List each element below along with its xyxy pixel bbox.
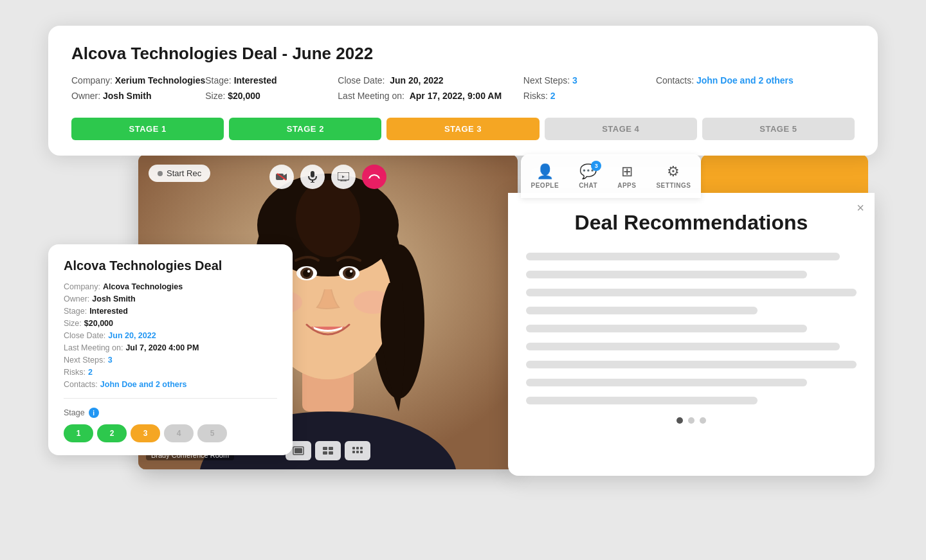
meta-col-4: Next Steps: 3 Risks: 2 bbox=[523, 75, 656, 106]
small-stage-field: Stage: Interested bbox=[64, 307, 277, 316]
skeleton-line-8 bbox=[526, 379, 807, 386]
size-field: Size: $20,000 bbox=[205, 91, 338, 101]
svg-rect-28 bbox=[311, 171, 314, 177]
dot-3[interactable] bbox=[700, 417, 706, 424]
company-field: Company: Xerium Technologies bbox=[71, 75, 205, 86]
small-stage-bar: 1 2 3 4 5 bbox=[64, 424, 277, 442]
meta-col-2: Stage: Interested Size: $20,000 bbox=[205, 75, 338, 106]
gear-icon: ⚙ bbox=[667, 163, 680, 180]
meeting-toolbar: 👤 PEOPLE 💬 3 CHAT ⊞ APPS ⚙ SETTINGS bbox=[521, 154, 701, 198]
recommendations-panel: × Deal Recommendations bbox=[508, 193, 875, 476]
meta-col-5: Contacts: John Doe and 2 others bbox=[656, 75, 855, 91]
layout-single-icon bbox=[293, 446, 304, 455]
meta-col-1: Company: Xerium Technologies Owner: Josh… bbox=[71, 75, 205, 106]
small-deal-card: Alcova Technologies Deal Company: Alcova… bbox=[48, 244, 293, 455]
small-risks-field: Risks: 2 bbox=[64, 368, 277, 377]
skeleton-line-9 bbox=[526, 397, 758, 404]
svg-rect-51 bbox=[352, 451, 355, 453]
toolbar-settings[interactable]: ⚙ SETTINGS bbox=[649, 161, 697, 192]
end-call-button[interactable] bbox=[362, 165, 386, 189]
skeleton-line-7 bbox=[526, 361, 857, 368]
small-stage-1[interactable]: 1 bbox=[64, 424, 93, 442]
svg-rect-48 bbox=[352, 447, 355, 449]
stage-5-button[interactable]: STAGE 5 bbox=[702, 118, 855, 140]
stage-4-button[interactable]: STAGE 4 bbox=[545, 118, 697, 140]
small-owner-field: Owner: Josh Smith bbox=[64, 294, 277, 303]
owner-field: Owner: Josh Smith bbox=[71, 91, 205, 101]
video-controls-top bbox=[269, 165, 386, 189]
deal-meta-row: Company: Xerium Technologies Owner: Josh… bbox=[71, 75, 855, 106]
last-meeting-field: Last Meeting on: Apr 17, 2022, 9:00 AM bbox=[338, 91, 523, 101]
rec-dot-icon bbox=[158, 171, 163, 176]
apps-icon: ⊞ bbox=[621, 163, 633, 180]
layout-multi-icon bbox=[352, 446, 363, 455]
main-deal-card: Alcova Technologies Deal - June 2022 Com… bbox=[48, 26, 878, 156]
stage-3-button[interactable]: STAGE 3 bbox=[386, 118, 539, 140]
toolbar-apps[interactable]: ⊞ APPS bbox=[611, 161, 642, 192]
skeleton-line-3 bbox=[526, 289, 857, 296]
phone-end-icon bbox=[368, 174, 381, 180]
recommendations-title: Deal Recommendations bbox=[526, 211, 857, 235]
deal-title: Alcova Technologies Deal - June 2022 bbox=[71, 44, 855, 64]
divider bbox=[64, 398, 277, 399]
mic-toggle-button[interactable] bbox=[300, 165, 325, 189]
small-deal-title: Alcova Technologies Deal bbox=[64, 258, 277, 273]
stage-bar: STAGE 1 STAGE 2 STAGE 3 STAGE 4 STAGE 5 bbox=[71, 118, 855, 140]
skeleton-line-1 bbox=[526, 253, 840, 260]
svg-rect-44 bbox=[323, 447, 327, 450]
layout-grid-icon bbox=[322, 446, 334, 455]
contacts-field: Contacts: John Doe and 2 others bbox=[656, 75, 855, 86]
small-size-field: Size: $20,000 bbox=[64, 319, 277, 328]
stage-section-label: Stage i bbox=[64, 408, 277, 418]
svg-rect-49 bbox=[356, 447, 359, 449]
svg-rect-46 bbox=[323, 451, 327, 455]
people-icon: 👤 bbox=[536, 163, 554, 180]
small-company-field: Company: Alcova Technologies bbox=[64, 282, 277, 291]
stage-field: Stage: Interested bbox=[205, 75, 338, 86]
svg-rect-45 bbox=[329, 447, 333, 450]
svg-point-18 bbox=[350, 270, 352, 273]
small-stage-5[interactable]: 5 bbox=[197, 424, 227, 442]
layout-grid-button[interactable] bbox=[315, 441, 341, 460]
skeleton-line-6 bbox=[526, 343, 840, 350]
svg-point-10 bbox=[296, 180, 360, 257]
small-contacts-field: Contacts: John Doe and 2 others bbox=[64, 380, 277, 389]
small-stage-4[interactable]: 4 bbox=[164, 424, 194, 442]
start-rec-button[interactable]: Start Rec bbox=[149, 165, 210, 182]
video-controls-bottom bbox=[286, 441, 370, 460]
skeleton-line-2 bbox=[526, 271, 807, 278]
toolbar-people[interactable]: 👤 PEOPLE bbox=[525, 161, 566, 192]
svg-rect-50 bbox=[360, 447, 363, 449]
meta-col-3: Close Date: Jun 20, 2022 Last Meeting on… bbox=[338, 75, 523, 106]
svg-rect-43 bbox=[295, 448, 302, 453]
skeleton-line-5 bbox=[526, 325, 807, 332]
risks-field: Risks: 2 bbox=[523, 91, 656, 101]
camera-icon bbox=[276, 172, 287, 181]
screen-share-icon bbox=[338, 172, 349, 181]
close-button[interactable]: × bbox=[857, 201, 864, 215]
small-next-steps-field: Next Steps: 3 bbox=[64, 356, 277, 365]
svg-rect-47 bbox=[329, 451, 333, 455]
info-icon: i bbox=[89, 408, 99, 418]
camera-toggle-button[interactable] bbox=[269, 165, 294, 189]
layout-multi-button[interactable] bbox=[345, 441, 370, 460]
small-last-meeting-field: Last Meeting on: Jul 7, 2020 4:00 PM bbox=[64, 343, 277, 352]
skeleton-line-4 bbox=[526, 307, 758, 314]
svg-rect-53 bbox=[360, 451, 363, 453]
small-stage-2[interactable]: 2 bbox=[97, 424, 127, 442]
dot-1[interactable] bbox=[676, 417, 683, 424]
screen-share-button[interactable] bbox=[331, 165, 356, 189]
dot-2[interactable] bbox=[688, 417, 694, 424]
pagination-dots bbox=[526, 417, 857, 424]
stage-1-button[interactable]: STAGE 1 bbox=[71, 118, 224, 140]
next-steps-field: Next Steps: 3 bbox=[523, 75, 656, 86]
small-close-date-field: Close Date: Jun 20, 2022 bbox=[64, 331, 277, 340]
mic-icon bbox=[307, 171, 318, 183]
close-date-field: Close Date: Jun 20, 2022 bbox=[338, 75, 523, 86]
toolbar-chat[interactable]: 💬 3 CHAT bbox=[572, 161, 604, 192]
svg-rect-52 bbox=[356, 451, 359, 453]
svg-point-17 bbox=[307, 270, 310, 273]
stage-2-button[interactable]: STAGE 2 bbox=[229, 118, 381, 140]
small-stage-3[interactable]: 3 bbox=[131, 424, 160, 442]
